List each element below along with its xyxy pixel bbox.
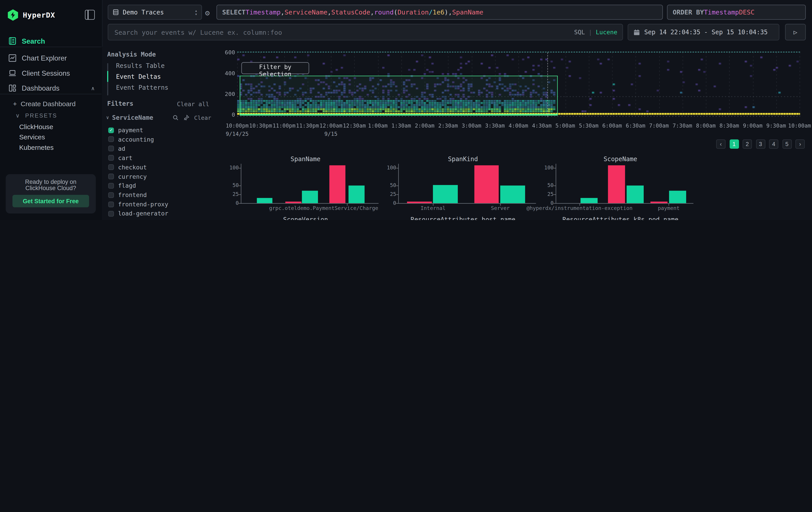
page-button-2[interactable]: 2 <box>743 139 752 149</box>
y-tick <box>239 203 241 204</box>
mini-chart-title: ResourceAttributes.host.name <box>390 216 535 220</box>
pin-icon[interactable] <box>183 113 190 123</box>
checkbox[interactable] <box>108 201 114 207</box>
checkbox[interactable] <box>108 192 114 198</box>
events-heatmap: Filter by Selection <box>237 52 800 117</box>
chevron-down-icon[interactable]: ∨ <box>106 115 109 120</box>
source-select[interactable]: Demo Traces ▴▾ <box>108 5 202 20</box>
bar-green <box>627 186 644 203</box>
y-tick-label: 50 <box>225 183 239 188</box>
sql-token: Timestamp <box>704 8 739 16</box>
page-button-4[interactable]: 4 <box>769 139 778 149</box>
checkbox[interactable] <box>108 146 114 152</box>
sql-token: DESC <box>739 8 754 16</box>
filter-option[interactable]: checkout <box>108 162 212 172</box>
chevron-right-icon: › <box>108 219 112 220</box>
y-axis-label: 0 <box>220 111 235 118</box>
filter-option[interactable]: ad <box>108 144 212 153</box>
order-by-editor[interactable]: ORDER BY Timestamp DESC <box>667 5 806 20</box>
page-button-5[interactable]: 5 <box>782 139 791 149</box>
filter-option[interactable]: frontend <box>108 190 212 200</box>
y-tick <box>239 168 241 168</box>
preset-kubernetes[interactable]: Kubernetes <box>19 143 54 152</box>
analysis-tab-event-patterns[interactable]: Event Patterns <box>108 82 212 93</box>
filter-option[interactable]: cart <box>108 153 212 162</box>
filter-option-label: frontend <box>118 191 147 199</box>
filter-option-label: payment <box>118 127 143 134</box>
y-tick-label: 25 <box>225 191 239 197</box>
mini-chart-resourceattributes-host-name: ResourceAttributes.host.name10050250paym… <box>385 216 541 220</box>
y-tick <box>239 194 241 195</box>
filter-option[interactable]: currency <box>108 172 212 181</box>
page-button-1[interactable]: 1 <box>729 139 739 149</box>
filter-option[interactable]: flagd <box>108 181 212 190</box>
sidebar-item-label: Client Sessions <box>22 69 70 77</box>
presets-toggle[interactable]: ∨ PRESETS <box>16 112 57 119</box>
language-toggle[interactable]: SQL | Lucene <box>574 28 617 36</box>
analysis-tab-results-table[interactable]: Results Table <box>108 60 212 71</box>
y-tick <box>396 186 398 186</box>
page-next-button[interactable]: › <box>795 139 805 149</box>
top-bar: Demo Traces ▴▾ ⚙ SELECT Timestamp, Servi… <box>102 0 812 47</box>
active-tab-indicator <box>107 71 108 82</box>
sidebar-item-client-sessions[interactable]: Client Sessions <box>0 66 102 80</box>
page-button-3[interactable]: 3 <box>756 139 765 149</box>
sidebar-item-chart-explorer[interactable]: Chart Explorer <box>0 51 102 65</box>
preset-services[interactable]: Services <box>19 133 45 141</box>
bar-green <box>669 191 686 203</box>
clear-all-button[interactable]: Clear all <box>177 101 209 108</box>
run-query-button[interactable]: ▷ <box>785 24 806 40</box>
load-more-button[interactable]: ›Show more <box>108 218 212 220</box>
sidebar-item-dashboards[interactable]: Dashboards ∧ <box>0 81 102 95</box>
y-axis-label: 600 <box>220 49 235 56</box>
filters-title: Filters <box>107 100 134 107</box>
gear-icon[interactable]: ⚙ <box>205 8 210 18</box>
mini-chart-spanname: SpanName10050250grpc.oteldemo.PaymentSer… <box>228 155 383 214</box>
checkbox[interactable] <box>108 211 114 217</box>
time-range-picker[interactable]: Sep 14 22:04:35 - Sep 15 10:04:35 <box>628 24 779 40</box>
analysis-tab-event-deltas[interactable]: Event Deltas <box>108 71 212 82</box>
filter-option[interactable]: frontend-proxy <box>108 200 212 209</box>
checkbox-checked[interactable]: ✓ <box>108 127 114 133</box>
chevron-up-icon: ∧ <box>91 85 95 91</box>
collapse-sidebar-icon[interactable] <box>85 10 95 20</box>
bar-green <box>433 185 458 203</box>
sql-select-editor[interactable]: SELECT Timestamp, ServiceName, StatusCod… <box>216 5 663 20</box>
filter-option[interactable]: ✓payment <box>108 125 212 135</box>
bar-pink <box>650 202 668 203</box>
database-icon <box>112 9 119 16</box>
checkbox[interactable] <box>108 183 114 189</box>
lang-sql[interactable]: SQL <box>574 28 585 36</box>
search-input[interactable] <box>113 28 540 37</box>
selection-bottom-line <box>240 114 558 115</box>
y-tick-label: 25 <box>540 191 554 197</box>
create-dashboard-button[interactable]: + Create Dashboard <box>13 100 76 108</box>
sql-token: , <box>327 8 331 16</box>
sidebar-item-label: Dashboards <box>22 84 60 92</box>
selection-box[interactable] <box>240 76 558 115</box>
filter-option[interactable]: accounting <box>108 135 212 144</box>
bar-green <box>257 198 272 203</box>
x-axis-label: 10:00am <box>784 122 812 129</box>
y-tick-label: 100 <box>540 165 554 171</box>
lang-lucene[interactable]: Lucene <box>596 28 617 36</box>
checkbox[interactable] <box>108 136 114 142</box>
get-started-button[interactable]: Get Started for Free <box>12 195 89 207</box>
sql-token: ) <box>444 8 448 16</box>
search-icon[interactable] <box>172 113 178 123</box>
checkbox[interactable] <box>108 173 114 180</box>
filter-option[interactable]: load-generator <box>108 209 212 218</box>
promo-line1: Ready to deploy on <box>6 179 96 185</box>
page-prev-button[interactable]: ‹ <box>716 139 726 149</box>
checkbox[interactable] <box>108 164 114 170</box>
date-label: 9/14/25 <box>219 131 255 137</box>
preset-clickhouse[interactable]: ClickHouse <box>19 123 53 131</box>
filter-option-label: accounting <box>118 136 154 143</box>
load-more-label: Show more <box>117 219 149 220</box>
filter-option-label: cart <box>118 154 133 162</box>
app-root: Demo Traces ▴▾ ⚙ SELECT Timestamp, Servi… <box>0 0 812 220</box>
clear-group-button[interactable]: Clear <box>194 114 211 121</box>
sidebar-item-search[interactable]: Search <box>0 34 102 48</box>
filter-by-selection-button[interactable]: Filter by Selection <box>241 62 309 74</box>
checkbox[interactable] <box>108 155 114 161</box>
